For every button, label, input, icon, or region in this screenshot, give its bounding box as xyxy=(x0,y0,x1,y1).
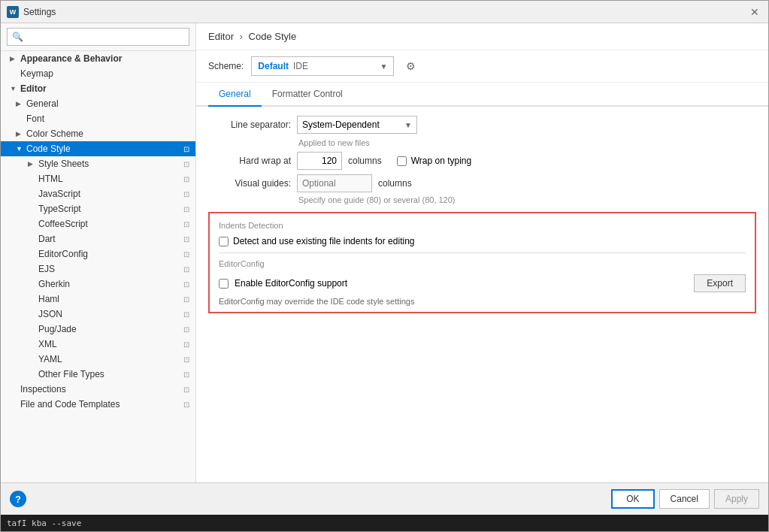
settings-icon: ⊡ xyxy=(183,160,189,168)
visual-guides-columns: columns xyxy=(378,178,412,189)
settings-icon: ⊡ xyxy=(183,325,189,334)
sidebar-item-coffeescript[interactable]: CoffeeScript ⊡ xyxy=(1,216,195,231)
enable-editorconfig-checkbox[interactable] xyxy=(219,279,229,289)
sidebar-item-color-scheme[interactable]: ▶ Color Scheme xyxy=(1,126,195,141)
sidebar-item-other-file-types[interactable]: Other File Types ⊡ xyxy=(1,367,195,382)
search-input[interactable] xyxy=(7,28,189,46)
sidebar-item-ejs[interactable]: EJS ⊡ xyxy=(1,261,195,277)
line-separator-dropdown[interactable]: System-Dependent ▼ xyxy=(297,116,417,134)
sidebar-item-pug-jade[interactable]: Pug/Jade ⊡ xyxy=(1,322,195,337)
line-separator-row: Line separator: System-Dependent ▼ xyxy=(208,116,756,134)
settings-icon: ⊡ xyxy=(183,355,189,364)
settings-icon: ⊡ xyxy=(183,250,189,258)
sidebar-item-label: HTML xyxy=(38,174,63,184)
sidebar-item-editor[interactable]: ▼ Editor xyxy=(1,81,195,96)
settings-icon: ⊡ xyxy=(183,205,189,213)
expand-arrow: ▼ xyxy=(16,145,23,153)
hard-wrap-input[interactable] xyxy=(297,152,342,170)
sidebar-item-inspections[interactable]: Inspections ⊡ xyxy=(1,382,195,397)
sidebar-item-label: Code Style xyxy=(26,144,71,154)
settings-icon: ⊡ xyxy=(183,145,189,153)
sidebar-item-html[interactable]: HTML ⊡ xyxy=(1,171,195,186)
settings-icon: ⊡ xyxy=(183,401,189,409)
settings-icon: ⊡ xyxy=(183,265,189,274)
dropdown-arrow-icon: ▼ xyxy=(380,62,387,71)
settings-icon: ⊡ xyxy=(183,190,189,198)
sidebar-item-label: YAML xyxy=(38,354,62,364)
sidebar-item-label: EJS xyxy=(38,264,55,274)
sidebar-item-font[interactable]: Font xyxy=(1,111,195,126)
line-separator-value: System-Dependent xyxy=(302,119,380,130)
expand-arrow: ▼ xyxy=(10,85,17,92)
sidebar-item-appearance[interactable]: ▶ Appearance & Behavior xyxy=(1,51,195,66)
sidebar-item-label: Inspections xyxy=(20,384,66,394)
sidebar-item-keymap[interactable]: Keymap xyxy=(1,66,195,81)
sidebar-item-xml[interactable]: XML ⊡ xyxy=(1,337,195,352)
tab-formatter-control[interactable]: Formatter Control xyxy=(262,83,353,107)
bottom-bar: ? OK Cancel Apply xyxy=(1,482,768,515)
sidebar-item-yaml[interactable]: YAML ⊡ xyxy=(1,352,195,367)
title-bar: W Settings ✕ xyxy=(1,1,768,23)
dialog-buttons: OK Cancel Apply xyxy=(611,489,759,509)
scheme-value-bold: Default xyxy=(258,61,289,71)
ok-button[interactable]: OK xyxy=(611,489,654,509)
close-button[interactable]: ✕ xyxy=(747,5,762,20)
tab-general[interactable]: General xyxy=(208,83,262,107)
hard-wrap-label: Hard wrap at xyxy=(208,156,291,166)
sidebar-item-label: JSON xyxy=(38,309,62,319)
sidebar-item-dart[interactable]: Dart ⊡ xyxy=(1,231,195,246)
visual-guides-input[interactable] xyxy=(297,174,372,192)
settings-area: Line separator: System-Dependent ▼ Appli… xyxy=(196,107,768,482)
sidebar-item-typescript[interactable]: TypeScript ⊡ xyxy=(1,201,195,216)
sidebar-item-javascript[interactable]: JavaScript ⊡ xyxy=(1,186,195,201)
settings-icon: ⊡ xyxy=(183,280,189,289)
sidebar-item-editorconfig[interactable]: EditorConfig ⊡ xyxy=(1,246,195,261)
settings-icon: ⊡ xyxy=(183,175,189,183)
sidebar-item-general[interactable]: ▶ General xyxy=(1,96,195,111)
detect-indents-checkbox[interactable] xyxy=(219,237,229,246)
sidebar-item-gherkin[interactable]: Gherkin ⊡ xyxy=(1,277,195,292)
visual-guides-row: Visual guides: columns xyxy=(208,174,756,192)
expand-arrow: ▶ xyxy=(28,160,35,168)
breadcrumb-separator: › xyxy=(240,31,243,42)
visual-guides-label: Visual guides: xyxy=(208,178,291,189)
gear-icon[interactable]: ⚙ xyxy=(401,57,419,75)
help-button[interactable]: ? xyxy=(10,491,26,507)
settings-window: W Settings ✕ ▶ Appearance & Behavior Key… xyxy=(0,0,769,532)
hard-wrap-columns: columns xyxy=(348,156,382,166)
sidebar-item-style-sheets[interactable]: ▶ Style Sheets ⊡ xyxy=(1,156,195,171)
settings-icon: ⊡ xyxy=(183,370,189,379)
sidebar-item-label: JavaScript xyxy=(38,189,80,199)
editorconfig-row: Enable EditorConfig support Export xyxy=(219,274,746,292)
enable-editorconfig-label: Enable EditorConfig support xyxy=(235,278,347,289)
sidebar-item-label: Dart xyxy=(38,234,56,244)
sidebar-item-file-code-templates[interactable]: File and Code Templates ⊡ xyxy=(1,397,195,412)
expand-arrow: ▶ xyxy=(16,100,23,107)
settings-icon: ⊡ xyxy=(183,310,189,319)
cancel-button[interactable]: Cancel xyxy=(659,489,710,509)
sidebar-item-label: Haml xyxy=(38,294,59,304)
sidebar-item-json[interactable]: JSON ⊡ xyxy=(1,307,195,322)
terminal-text: tafI kba --save xyxy=(7,518,81,528)
editorconfig-hint: EditorConfig may override the IDE code s… xyxy=(219,297,746,306)
settings-icon: ⊡ xyxy=(183,340,189,349)
scheme-dropdown[interactable]: Default IDE ▼ xyxy=(251,56,394,76)
sidebar-item-haml[interactable]: Haml ⊡ xyxy=(1,292,195,307)
line-separator-label: Line separator: xyxy=(208,119,291,130)
scheme-label: Scheme: xyxy=(208,61,244,71)
indents-section-title: Indents Detection xyxy=(219,221,746,230)
app-icon: W xyxy=(7,6,19,18)
sidebar-item-label: Appearance & Behavior xyxy=(20,53,122,64)
sidebar-item-label: Pug/Jade xyxy=(38,324,77,334)
sidebar-item-code-style[interactable]: ▼ Code Style ⊡ xyxy=(1,141,195,156)
guide-hint: Specify one guide (80) or several (80, 1… xyxy=(298,195,756,204)
sidebar-item-label: XML xyxy=(38,339,57,349)
export-button[interactable]: Export xyxy=(694,274,746,292)
main-content: ▶ Appearance & Behavior Keymap ▼ Editor … xyxy=(1,23,768,482)
apply-button[interactable]: Apply xyxy=(714,489,759,509)
detect-indents-label: Detect and use existing file indents for… xyxy=(233,236,414,246)
wrap-on-typing-row: Wrap on typing xyxy=(397,156,472,166)
scheme-value-normal: IDE xyxy=(293,61,308,71)
applied-text: Applied to new files xyxy=(298,138,756,147)
wrap-on-typing-checkbox[interactable] xyxy=(397,156,407,166)
